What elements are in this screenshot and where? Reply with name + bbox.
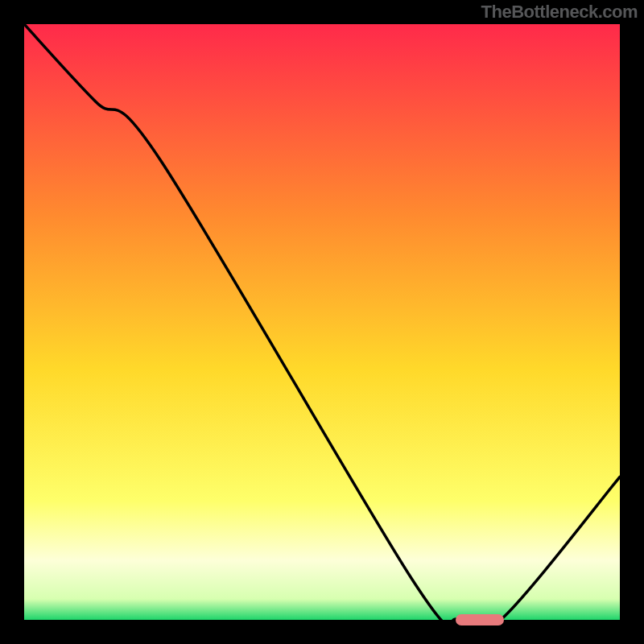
bottleneck-curve <box>24 24 620 620</box>
watermark-label: TheBottleneck.com <box>481 2 638 23</box>
plot-area <box>24 24 620 620</box>
optimal-marker <box>456 614 504 625</box>
chart-frame: TheBottleneck.com <box>0 0 644 644</box>
